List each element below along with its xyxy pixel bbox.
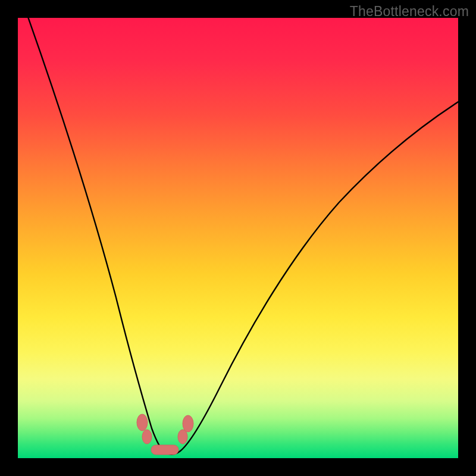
chart-stage: TheBottleneck.com (0, 0, 476, 476)
plot-area (18, 18, 458, 458)
marker-bar (151, 445, 178, 455)
valley-markers (137, 414, 193, 455)
marker-dot (137, 414, 148, 431)
bottleneck-curve (26, 18, 458, 455)
watermark-text: TheBottleneck.com (350, 4, 469, 20)
marker-dot (178, 430, 187, 444)
curve-layer (18, 18, 458, 458)
marker-dot (183, 415, 193, 432)
marker-dot (142, 430, 152, 444)
